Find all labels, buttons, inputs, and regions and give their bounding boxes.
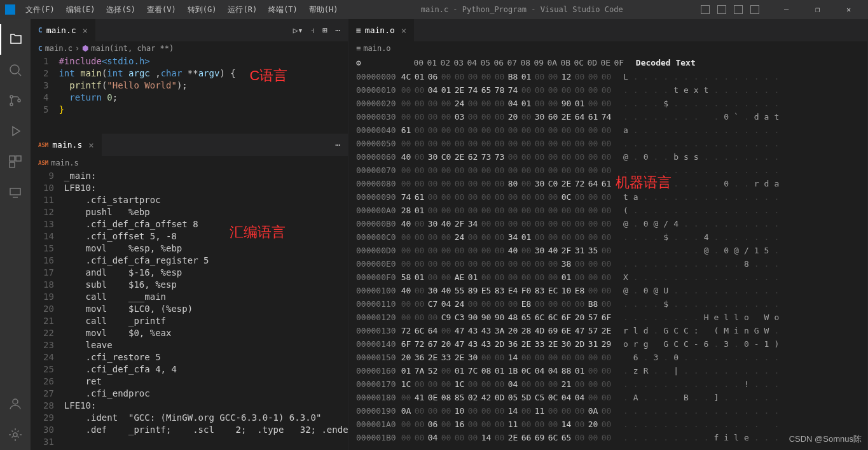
- layout-sidebar-right-icon[interactable]: [734, 5, 743, 14]
- cube-icon: ⬢: [82, 44, 88, 53]
- hex-row[interactable]: 00000100400030405589E583E4F083EC10E80000…: [348, 284, 867, 297]
- tab-main-c[interactable]: C main.c ×: [31, 19, 96, 41]
- annotation-c: C语言: [249, 69, 287, 81]
- hex-file-icon: ≡: [356, 44, 361, 53]
- hex-row[interactable]: 000001A000000600160000001100000014002000…: [348, 418, 867, 431]
- explorer-icon[interactable]: [0, 24, 31, 55]
- hex-row[interactable]: 000000C000000000240000003401000000000000…: [348, 230, 867, 244]
- svg-point-3: [18, 99, 20, 102]
- close-button[interactable]: ✕: [834, 0, 863, 19]
- breadcrumb[interactable]: C main.c › ⬢ main(int, char **): [31, 41, 348, 55]
- breadcrumb[interactable]: ≡ main.o: [348, 41, 867, 55]
- run-dropdown-icon[interactable]: ▷▾: [293, 25, 303, 35]
- hex-row[interactable]: 000000F058010000AE0100000000000001000000…: [348, 271, 867, 284]
- diff-icon[interactable]: ⊞: [322, 25, 327, 35]
- layout-controls: [701, 5, 759, 14]
- svg-rect-7: [10, 188, 20, 195]
- hex-row[interactable]: 000000800000000000000000800030C02E726461…: [348, 177, 867, 190]
- menu-bar: 文件(F)编辑(E)选择(S)查看(V)转到(G)运行(R)终端(T)帮助(H): [20, 2, 343, 18]
- tab-label: main.o: [365, 25, 395, 35]
- svg-point-9: [13, 433, 17, 437]
- hex-row[interactable]: 000001900A000000100000001400110000000A00…: [348, 404, 867, 418]
- close-icon[interactable]: ×: [88, 140, 93, 150]
- asm-file-icon: ASM: [38, 160, 48, 166]
- hex-row[interactable]: 000001406F7267204743432D362E332E302D3129…: [348, 337, 867, 351]
- tab-main-o[interactable]: ≡ main.o ×: [348, 19, 415, 41]
- hex-row[interactable]: 0000005000000000000000000000000000000000…: [348, 137, 867, 150]
- hex-row[interactable]: 00000120000000C9C390909048656C6C6F20576F…: [348, 311, 867, 324]
- menu-item[interactable]: 运行(R): [223, 2, 262, 18]
- activity-bar: [0, 19, 31, 450]
- tab-label: main.s: [52, 140, 82, 150]
- menu-item[interactable]: 帮助(H): [304, 2, 343, 18]
- menu-item[interactable]: 查看(V): [142, 2, 181, 18]
- vscode-logo-icon: [5, 4, 15, 15]
- more-icon[interactable]: ⋯: [335, 25, 340, 35]
- svg-rect-6: [10, 162, 15, 167]
- c-file-icon: C: [38, 45, 43, 53]
- hex-row[interactable]: 0000018000410E088502420D055DC50C04040000…: [348, 391, 867, 404]
- editor-bottom: ASM main.s × ⋯ ASM main.s 91011121314151…: [31, 134, 348, 450]
- hex-row[interactable]: 000000E000000000000000000000000038000000…: [348, 257, 867, 271]
- run-debug-icon[interactable]: [0, 116, 31, 146]
- maximize-button[interactable]: ❐: [803, 0, 832, 19]
- close-icon[interactable]: ×: [83, 25, 88, 36]
- menu-item[interactable]: 编辑(E): [61, 2, 100, 18]
- gear-icon[interactable]: ⚙: [348, 58, 369, 67]
- svg-point-1: [10, 95, 13, 98]
- close-icon[interactable]: ×: [401, 25, 406, 36]
- hex-file-icon: ≡: [356, 25, 361, 35]
- account-icon[interactable]: [0, 389, 31, 419]
- decoded-label: Decoded Text: [626, 58, 696, 67]
- layout-panel-icon[interactable]: [717, 5, 726, 14]
- hex-row[interactable]: 000000B0400030402F3400000000000000000000…: [348, 217, 867, 230]
- split-editor-icon[interactable]: ⫞: [310, 25, 315, 35]
- asm-file-icon: ASM: [38, 142, 48, 148]
- hex-row[interactable]: 00000010000004012E7465787400000000000000…: [348, 83, 867, 97]
- settings-gear-icon[interactable]: [0, 419, 31, 450]
- c-file-icon: C: [38, 26, 43, 34]
- hex-row[interactable]: 00000130726C64004743433A20284D696E47572E…: [348, 324, 867, 337]
- editor-top: C main.c × ▷▾ ⫞ ⊞ ⋯ C main.c › ⬢ main: [31, 19, 348, 134]
- tab-main-s[interactable]: ASM main.s ×: [31, 134, 102, 156]
- remote-icon[interactable]: [0, 177, 31, 207]
- hex-row[interactable]: 000000A028010000000000000000000000000000…: [348, 204, 867, 217]
- hex-row[interactable]: 000001701C0000001C0000000400000021000000…: [348, 377, 867, 391]
- hex-row[interactable]: 00000160017A5200017C08011B0C040488010000…: [348, 364, 867, 377]
- window-controls: — ❐ ✕: [772, 0, 863, 19]
- hex-row[interactable]: 000000004C01060000000000B801000012000000…: [348, 70, 867, 83]
- hex-row[interactable]: 000000300000000003000000200030602E646174…: [348, 110, 867, 123]
- layout-custom-icon[interactable]: [750, 5, 759, 14]
- svg-point-2: [10, 103, 13, 106]
- breadcrumb[interactable]: ASM main.s: [31, 156, 348, 170]
- search-icon[interactable]: [0, 55, 31, 85]
- tab-label: main.c: [46, 25, 76, 35]
- svg-rect-4: [10, 156, 15, 161]
- menu-item[interactable]: 终端(T): [263, 2, 303, 18]
- hex-row[interactable]: 0000007000000000000000000000000000000000…: [348, 164, 867, 177]
- layout-sidebar-left-icon[interactable]: [701, 5, 710, 14]
- hex-row[interactable]: 000000907461000000000000000000000C000000…: [348, 190, 867, 204]
- extensions-icon[interactable]: [0, 146, 31, 177]
- minimize-button[interactable]: —: [772, 0, 801, 19]
- menu-item[interactable]: 文件(F): [20, 2, 60, 18]
- menu-item[interactable]: 选择(S): [101, 2, 141, 18]
- hex-editor[interactable]: 000000004C01060000000000B801000012000000…: [348, 70, 867, 450]
- hex-row[interactable]: 0000015020362E332E3000001400000000000000…: [348, 351, 867, 364]
- svg-point-0: [10, 65, 19, 74]
- watermark: CSDN @Somnus陈: [789, 433, 862, 445]
- hex-row[interactable]: 00000060400030C02E6273730000000000000000…: [348, 150, 867, 164]
- menu-item[interactable]: 转到(G): [183, 2, 222, 18]
- hex-row[interactable]: 0000004061000000000000000000000000000000…: [348, 123, 867, 137]
- hex-header: ⚙ 000102030405060708090A0B0C0D0E0F Decod…: [348, 55, 867, 70]
- code-editor-c[interactable]: 12345 #include<stdio.h> int main(int arg…: [31, 55, 348, 116]
- svg-rect-5: [16, 156, 21, 161]
- more-icon[interactable]: ⋯: [335, 140, 340, 150]
- hex-row[interactable]: 000001100000C7042400000000E800000000B800…: [348, 297, 867, 311]
- window-title: main.c - Python_Program - Visual Studio …: [343, 5, 701, 14]
- hex-row[interactable]: 000000D00000000000000000400030402F313500…: [348, 244, 867, 257]
- svg-point-8: [13, 399, 18, 404]
- hex-row[interactable]: 0000002000000000240000000401000090010000…: [348, 97, 867, 110]
- source-control-icon[interactable]: [0, 85, 31, 116]
- code-editor-asm[interactable]: 9101112131415161718192021222324252627282…: [31, 170, 348, 448]
